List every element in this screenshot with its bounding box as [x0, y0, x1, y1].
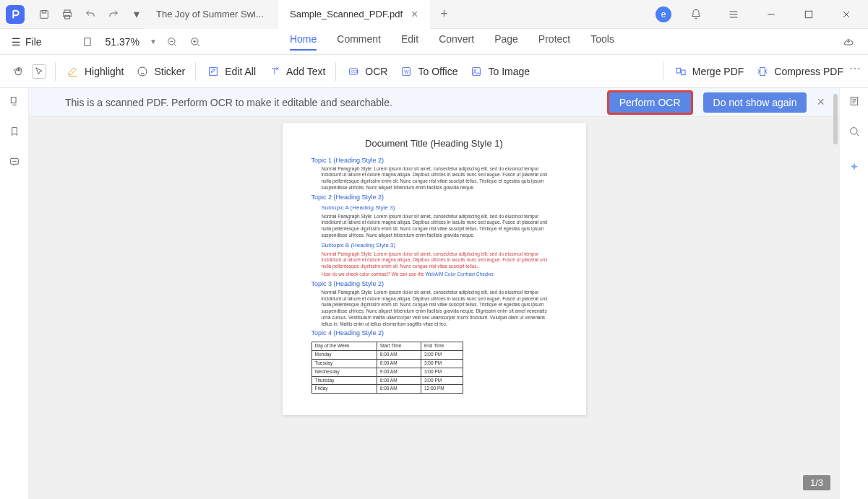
to-image-tool[interactable]: To Image	[463, 61, 536, 82]
content-area[interactable]: This is a scanned PDF. Perform OCR to ma…	[29, 88, 839, 499]
document-page: Document Title (Heading Style 1) Topic 1…	[283, 123, 586, 415]
menubar: ☰ File 51.37% ▼ Home Comment Edit Conver…	[0, 29, 868, 55]
banner-message: This is a scanned PDF. Perform OCR to ma…	[65, 97, 392, 108]
to-office-tool[interactable]: W To Office	[393, 61, 463, 82]
topic-heading: Topic 4 (Heading Style 2)	[311, 329, 557, 337]
svg-point-9	[138, 67, 147, 76]
svg-rect-6	[85, 38, 90, 45]
properties-icon[interactable]	[846, 92, 863, 110]
tab-active[interactable]: Sample_Scanned_PDF.pdf ×	[278, 0, 430, 29]
perform-ocr-button[interactable]: Perform OCR	[607, 90, 693, 115]
do-not-show-button[interactable]: Do not show again	[703, 92, 807, 113]
add-tab-button[interactable]: +	[433, 4, 455, 25]
app-logo[interactable]	[6, 5, 25, 24]
svg-text:W: W	[405, 69, 410, 74]
doc-para: How do we check color contrast? We can u…	[311, 272, 557, 278]
avatar[interactable]: e	[656, 6, 671, 22]
svg-rect-5	[805, 11, 812, 17]
minimize-icon[interactable]	[758, 1, 784, 27]
menu-comment[interactable]: Comment	[337, 33, 381, 51]
svg-rect-18	[681, 70, 684, 75]
maximize-icon[interactable]	[796, 1, 822, 27]
save-icon[interactable]	[36, 6, 52, 22]
merge-icon	[674, 64, 688, 79]
search-icon[interactable]	[846, 123, 863, 140]
comment-icon[interactable]	[6, 153, 23, 170]
svg-rect-17	[676, 68, 680, 73]
menu-protect[interactable]: Protect	[538, 33, 570, 51]
menu-edit[interactable]: Edit	[401, 33, 418, 51]
svg-rect-20	[11, 97, 16, 103]
svg-point-16	[474, 69, 476, 71]
menu-tools[interactable]: Tools	[590, 33, 614, 51]
doc-title: Document Title (Heading Style 1)	[311, 137, 557, 150]
titlebar: ▾ The Joy of Summer Swi... Sample_Scanne…	[0, 0, 868, 29]
zoom-level[interactable]: 51.37%	[106, 36, 139, 48]
subtopic-heading: Subtopic B (Heading Style 3)	[311, 242, 557, 250]
ocr-icon: OCR	[346, 64, 361, 79]
menu-home[interactable]: Home	[290, 33, 317, 51]
svg-point-23	[850, 128, 856, 134]
compress-pdf-tool[interactable]: Compress PDF	[749, 61, 849, 82]
close-banner-icon[interactable]: ×	[817, 95, 825, 110]
thumbnails-icon[interactable]	[6, 92, 23, 110]
hand-tool-icon[interactable]	[12, 64, 26, 79]
ocr-banner: This is a scanned PDF. Perform OCR to ma…	[29, 88, 839, 117]
redo-icon[interactable]	[106, 6, 121, 22]
svg-rect-19	[760, 67, 765, 75]
sidebar-left	[0, 88, 29, 499]
undo-icon[interactable]	[82, 6, 98, 22]
more-icon[interactable]: ⋯	[849, 61, 861, 82]
hamburger-icon[interactable]	[721, 1, 747, 27]
merge-pdf-tool[interactable]: Merge PDF	[668, 61, 750, 82]
subtopic-heading: Subtopic A (Heading Style 3)	[311, 204, 557, 212]
contrast-link: WebAIM Color Contrast Checker	[426, 272, 494, 277]
scrollbar[interactable]	[833, 94, 838, 311]
cloud-icon[interactable]	[841, 34, 856, 50]
svg-rect-4	[65, 15, 70, 19]
svg-rect-15	[473, 67, 481, 75]
close-icon[interactable]: ×	[411, 8, 418, 21]
ocr-tool[interactable]: OCR OCR	[340, 61, 393, 82]
select-tool-icon[interactable]	[32, 64, 46, 79]
schedule-table: Day of the Week Start Time End Time Mond…	[311, 342, 464, 394]
image-icon	[469, 64, 484, 79]
text-icon	[267, 64, 282, 79]
print-icon[interactable]	[59, 6, 75, 22]
tab-label: The Joy of Summer Swi...	[156, 9, 264, 19]
highlight-tool[interactable]: Highlight	[60, 61, 129, 82]
edit-icon	[206, 64, 220, 79]
dropdown-icon[interactable]: ▾	[129, 6, 145, 22]
topic-heading: Topic 1 (Heading Style 2)	[311, 156, 557, 165]
compress-icon	[755, 64, 770, 79]
doc-para: Normal Paragraph Style: Lorem ipsum dolo…	[311, 290, 557, 328]
close-window-icon[interactable]	[833, 1, 859, 27]
chevron-down-icon[interactable]: ▼	[150, 38, 157, 45]
svg-rect-1	[42, 10, 46, 12]
bookmark-icon[interactable]	[6, 123, 23, 140]
edit-all-tool[interactable]: Edit All	[200, 61, 262, 82]
zoom-out-icon[interactable]	[164, 34, 180, 50]
sticker-tool[interactable]: Sticker	[129, 61, 191, 82]
zoom-in-icon[interactable]	[187, 34, 203, 50]
sidebar-right	[839, 88, 868, 499]
menu-convert[interactable]: Convert	[439, 33, 474, 51]
file-menu[interactable]: ☰ File	[12, 36, 42, 48]
highlight-icon	[66, 64, 80, 79]
doc-para: Normal Paragraph Style: Lorem ipsum dolo…	[311, 214, 557, 239]
sticker-icon	[135, 64, 150, 79]
fit-page-icon[interactable]	[80, 34, 95, 50]
add-text-tool[interactable]: Add Text	[262, 61, 331, 82]
doc-para: Normal Paragraph Style: Lorem ipsum dolo…	[311, 251, 557, 270]
word-icon: W	[399, 64, 413, 79]
tab-label: Sample_Scanned_PDF.pdf	[290, 9, 403, 19]
menu-page[interactable]: Page	[494, 33, 518, 51]
svg-text:OCR: OCR	[351, 70, 359, 74]
ai-sparkle-icon[interactable]	[846, 159, 863, 176]
page-counter[interactable]: 1/3	[803, 475, 830, 490]
tab-inactive[interactable]: The Joy of Summer Swi...	[145, 0, 278, 29]
topic-heading: Topic 3 (Heading Style 2)	[311, 279, 557, 288]
toolbar: Highlight Sticker Edit All Add Text OCR …	[0, 55, 868, 88]
bell-icon[interactable]	[683, 1, 709, 27]
doc-para: Normal Paragraph Style: Lorem ipsum dolo…	[311, 166, 557, 191]
